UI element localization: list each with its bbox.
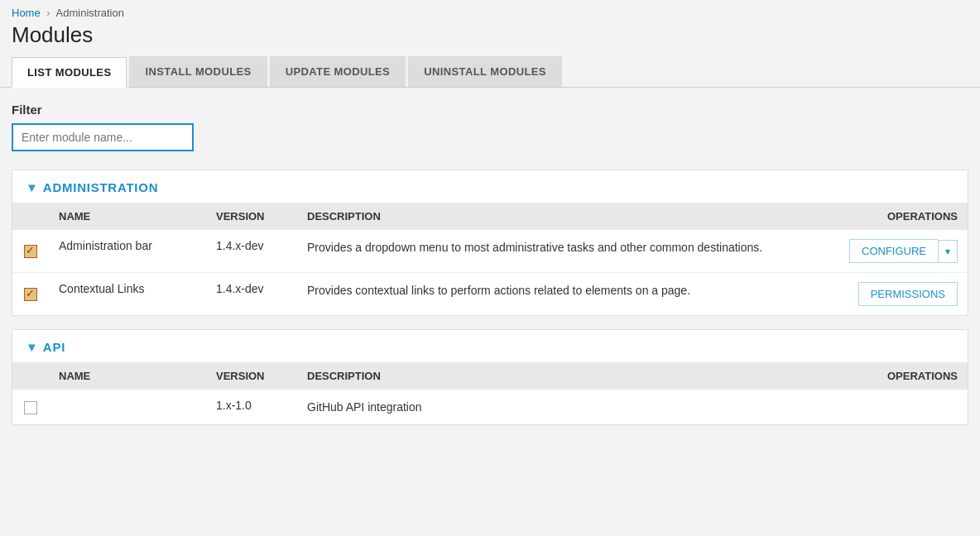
breadcrumb: Home › Administration (0, 0, 980, 21)
configure-button[interactable]: CONFIGURE (849, 239, 938, 263)
section-api-title: API (43, 340, 65, 354)
main-content: Filter ▼ ADMINISTRATION NAME VERSION DES… (0, 88, 980, 453)
module-version: 1.4.x-dev (216, 282, 264, 295)
page-wrapper: Home › Administration Modules LIST MODUL… (0, 0, 980, 536)
breadcrumb-separator: › (46, 7, 50, 19)
module-name-cell: Contextual Links (49, 273, 206, 316)
module-description: Provides a dropdown menu to most adminis… (307, 241, 762, 254)
col-header-check (12, 203, 49, 230)
table-row: 1.x-1.0 GitHub API integration (12, 390, 968, 424)
module-version-cell: 1.4.x-dev (206, 230, 297, 273)
tab-install-modules[interactable]: INSTALL MODULES (129, 56, 267, 87)
module-version-cell: 1.4.x-dev (206, 273, 297, 316)
module-version: 1.4.x-dev (216, 239, 264, 252)
module-version: 1.x-1.0 (216, 399, 252, 412)
table-row: Administration bar 1.4.x-dev Provides a … (12, 230, 968, 273)
checkbox-icon[interactable] (24, 288, 37, 301)
breadcrumb-home-link[interactable]: Home (12, 7, 41, 19)
configure-dropdown-button[interactable]: ▾ (938, 240, 958, 263)
module-description-cell: Provides contextual links to perform act… (297, 273, 835, 316)
col-header-version: VERSION (206, 203, 297, 230)
col-header-name: NAME (49, 203, 206, 230)
section-administration-title: ADMINISTRATION (43, 180, 158, 194)
page-title: Modules (0, 21, 980, 56)
module-checkbox-cell (12, 390, 49, 424)
api-table-header-row: NAME VERSION DESCRIPTION OPERATIONS (12, 362, 968, 390)
module-name: Contextual Links (59, 282, 145, 295)
module-version-cell: 1.x-1.0 (206, 390, 297, 424)
col-header-version: VERSION (206, 362, 297, 390)
module-operations-cell: PERMISSIONS (835, 273, 968, 316)
administration-modules-table: NAME VERSION DESCRIPTION OPERATIONS Admi… (12, 203, 968, 315)
tab-uninstall-modules[interactable]: UNINSTALL MODULES (408, 56, 562, 87)
module-name-cell (49, 390, 206, 424)
section-api: ▼ API NAME VERSION DESCRIPTION OPERATION… (12, 329, 968, 425)
col-header-operations: OPERATIONS (835, 362, 968, 390)
section-administration-toggle[interactable]: ▼ (26, 180, 38, 194)
module-checkbox-cell (12, 273, 49, 316)
module-operations-cell (835, 390, 968, 424)
section-administration: ▼ ADMINISTRATION NAME VERSION DESCRIPTIO… (12, 170, 968, 316)
checkbox-icon[interactable] (24, 245, 37, 258)
module-description-cell: GitHub API integration (297, 390, 835, 424)
section-administration-header: ▼ ADMINISTRATION (12, 170, 968, 203)
module-description: GitHub API integration (307, 400, 422, 414)
col-header-check (12, 362, 49, 390)
checkbox-unchecked-icon[interactable] (24, 401, 37, 414)
section-api-header: ▼ API (12, 330, 968, 362)
administration-table-header-row: NAME VERSION DESCRIPTION OPERATIONS (12, 203, 968, 230)
module-description-cell: Provides a dropdown menu to most adminis… (297, 230, 835, 273)
table-row: Contextual Links 1.4.x-dev Provides cont… (12, 273, 968, 316)
col-header-description: DESCRIPTION (297, 362, 835, 390)
module-name: Administration bar (59, 239, 152, 252)
module-operations-cell: CONFIGURE▾ (835, 230, 968, 273)
filter-input[interactable] (12, 123, 194, 151)
module-name-cell: Administration bar (49, 230, 206, 273)
tab-list-modules[interactable]: LIST MODULES (12, 57, 127, 88)
col-header-description: DESCRIPTION (297, 203, 835, 230)
col-header-name: NAME (49, 362, 206, 390)
api-modules-table: NAME VERSION DESCRIPTION OPERATIONS (12, 362, 968, 424)
module-description: Provides contextual links to perform act… (307, 284, 690, 297)
section-api-toggle[interactable]: ▼ (26, 340, 38, 354)
tabs-bar: LIST MODULES INSTALL MODULES UPDATE MODU… (0, 56, 980, 88)
permissions-button[interactable]: PERMISSIONS (858, 282, 958, 306)
breadcrumb-current: Administration (56, 7, 124, 19)
module-checkbox-cell (12, 230, 49, 273)
filter-label: Filter (12, 103, 968, 117)
tab-update-modules[interactable]: UPDATE MODULES (270, 56, 406, 87)
col-header-operations: OPERATIONS (835, 203, 968, 230)
